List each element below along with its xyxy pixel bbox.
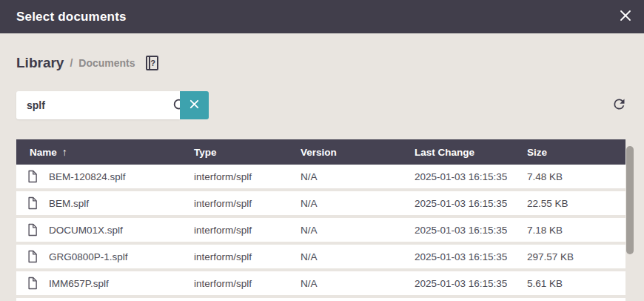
search-input[interactable]	[27, 99, 172, 111]
table-row[interactable]: BEM-120824.splf interform/splf N/A 2025-…	[16, 165, 625, 188]
sort-ascending-icon: ↑	[62, 146, 67, 158]
cell-size: 22.55 KB	[527, 198, 625, 209]
column-header-last-change[interactable]: Last Change	[415, 147, 527, 158]
file-icon	[16, 277, 49, 290]
breadcrumb-current: Documents	[78, 57, 135, 69]
file-icon	[16, 223, 49, 236]
breadcrumb: Library / Documents ?	[16, 54, 628, 72]
cell-last-change: 2025-01-03 16:15:35	[415, 198, 527, 209]
help-book-icon[interactable]: ?	[146, 56, 158, 70]
documents-table: Name ↑ Type Version Last Change Size	[16, 139, 625, 301]
cell-version: N/A	[301, 278, 415, 289]
refresh-icon	[611, 96, 627, 114]
table-body: BEM-120824.splf interform/splf N/A 2025-…	[16, 165, 625, 295]
dialog-title: Select documents	[16, 10, 127, 24]
table-row[interactable]: DOCUM01X.splf interform/splf N/A 2025-01…	[16, 218, 625, 242]
cell-last-change: 2025-01-03 16:15:35	[415, 171, 527, 182]
table-row-partial[interactable]	[16, 298, 625, 301]
cell-last-change: 2025-01-03 16:15:35	[415, 251, 527, 262]
file-icon	[16, 170, 49, 183]
cell-size: 7.18 KB	[527, 225, 625, 236]
clear-search-button[interactable]	[180, 91, 209, 119]
table-header: Name ↑ Type Version Last Change Size	[16, 139, 625, 165]
cell-type: interform/splf	[194, 198, 301, 209]
cell-type: interform/splf	[194, 251, 301, 262]
dialog-body: Library / Documents ?	[0, 54, 644, 301]
cell-name: BEM-120824.splf	[49, 171, 194, 182]
cell-name: IMM657P.splf	[49, 278, 194, 289]
cell-size: 5.61 KB	[527, 278, 625, 289]
dialog-titlebar: Select documents	[0, 0, 644, 33]
close-icon	[620, 10, 631, 24]
search-row	[16, 91, 628, 119]
cell-size: 7.48 KB	[527, 171, 625, 182]
search-group	[16, 91, 209, 119]
breadcrumb-root[interactable]: Library	[16, 55, 64, 71]
cell-last-change: 2025-01-03 16:15:35	[415, 225, 527, 236]
cell-type: interform/splf	[194, 225, 301, 236]
column-header-name[interactable]: Name ↑	[16, 146, 194, 158]
cell-last-change: 2025-01-03 16:15:35	[415, 278, 527, 289]
breadcrumb-separator: /	[70, 57, 73, 69]
cell-name: GRG0800P-1.splf	[49, 251, 194, 262]
cell-version: N/A	[301, 198, 415, 209]
cell-name: BEM.splf	[49, 198, 194, 209]
cell-version: N/A	[301, 251, 415, 262]
close-button[interactable]	[617, 8, 634, 26]
cell-version: N/A	[301, 171, 415, 182]
table-row[interactable]: BEM.splf interform/splf N/A 2025-01-03 1…	[16, 191, 625, 215]
table-row[interactable]: GRG0800P-1.splf interform/splf N/A 2025-…	[16, 245, 625, 268]
file-icon	[16, 196, 49, 210]
vertical-scrollbar-thumb[interactable]	[626, 146, 634, 254]
cell-name: DOCUM01X.splf	[49, 225, 194, 236]
column-header-size[interactable]: Size	[527, 147, 625, 158]
cell-type: interform/splf	[194, 278, 301, 289]
column-header-type[interactable]: Type	[194, 147, 301, 158]
cell-type: interform/splf	[194, 171, 301, 182]
clear-x-icon	[189, 99, 200, 112]
column-header-version[interactable]: Version	[301, 147, 415, 158]
cell-size: 297.57 KB	[527, 251, 625, 262]
table-row[interactable]: IMM657P.splf interform/splf N/A 2025-01-…	[16, 271, 625, 295]
file-icon	[16, 250, 49, 263]
search-box	[16, 91, 180, 119]
refresh-button[interactable]	[611, 96, 627, 114]
cell-version: N/A	[301, 225, 415, 236]
